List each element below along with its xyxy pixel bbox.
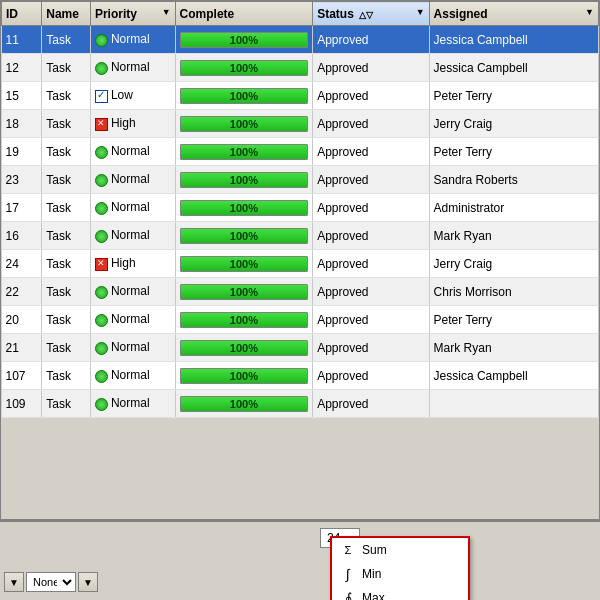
normal-priority-icon xyxy=(95,230,108,243)
progress-text: 100% xyxy=(181,397,308,411)
cell-priority: Normal xyxy=(90,334,175,362)
cell-priority: Normal xyxy=(90,138,175,166)
table-row[interactable]: 23TaskNormal 100% ApprovedSandra Roberts xyxy=(2,166,599,194)
cell-name: Task xyxy=(42,390,91,418)
cell-complete: 100% xyxy=(175,26,313,54)
progress-bar: 100% xyxy=(180,144,309,160)
cell-assigned: Jessica Campbell xyxy=(429,26,598,54)
normal-priority-icon xyxy=(95,174,108,187)
cell-status: Approved xyxy=(313,110,429,138)
normal-priority-icon xyxy=(95,398,108,411)
table-row[interactable]: 15TaskLow 100% ApprovedPeter Terry xyxy=(2,82,599,110)
col-header-status[interactable]: Status △▽ ▼ xyxy=(313,2,429,26)
cell-assigned: Jessica Campbell xyxy=(429,54,598,82)
table-row[interactable]: 24TaskHigh 100% ApprovedJerry Craig xyxy=(2,250,599,278)
assigned-dropdown-icon[interactable]: ▼ xyxy=(585,7,594,17)
cell-assigned: Peter Terry xyxy=(429,138,598,166)
cell-complete: 100% xyxy=(175,390,313,418)
progress-text: 100% xyxy=(181,33,308,47)
cell-priority: Normal xyxy=(90,54,175,82)
footer-arrow-btn[interactable]: ▼ xyxy=(4,572,24,592)
table-row[interactable]: 20TaskNormal 100% ApprovedPeter Terry xyxy=(2,306,599,334)
progress-bar: 100% xyxy=(180,60,309,76)
cell-id: 16 xyxy=(2,222,42,250)
popup-menu: Σ Sum ∫ Min ∮ Max ≡ Count ÷ Average xyxy=(330,536,470,600)
cell-status: Approved xyxy=(313,306,429,334)
progress-text: 100% xyxy=(181,173,308,187)
cell-priority: Normal xyxy=(90,194,175,222)
normal-priority-icon xyxy=(95,146,108,159)
col-header-complete[interactable]: Complete xyxy=(175,2,313,26)
menu-item-max[interactable]: ∮ Max xyxy=(332,586,468,600)
table-row[interactable]: 11TaskNormal 100% ApprovedJessica Campbe… xyxy=(2,26,599,54)
table-row[interactable]: 12TaskNormal 100% ApprovedJessica Campbe… xyxy=(2,54,599,82)
cell-status: Approved xyxy=(313,334,429,362)
progress-bar: 100% xyxy=(180,340,309,356)
table-row[interactable]: 109TaskNormal 100% Approved xyxy=(2,390,599,418)
cell-complete: 100% xyxy=(175,54,313,82)
cell-assigned: Peter Terry xyxy=(429,82,598,110)
footer-select[interactable]: None xyxy=(26,572,76,592)
cell-name: Task xyxy=(42,194,91,222)
cell-priority: Normal xyxy=(90,362,175,390)
progress-text: 100% xyxy=(181,201,308,215)
cell-name: Task xyxy=(42,250,91,278)
progress-text: 100% xyxy=(181,145,308,159)
table-row[interactable]: 22TaskNormal 100% ApprovedChris Morrison xyxy=(2,278,599,306)
cell-name: Task xyxy=(42,54,91,82)
cell-name: Task xyxy=(42,278,91,306)
footer-area: 24 Σ Sum ∫ Min ∮ Max ≡ Count ÷ Average ▼… xyxy=(0,520,600,600)
progress-bar: 100% xyxy=(180,256,309,272)
col-header-name[interactable]: Name xyxy=(42,2,91,26)
normal-priority-icon xyxy=(95,34,108,47)
cell-complete: 100% xyxy=(175,250,313,278)
menu-item-sum[interactable]: Σ Sum xyxy=(332,538,468,562)
table-row[interactable]: 16TaskNormal 100% ApprovedMark Ryan xyxy=(2,222,599,250)
footer-controls: ▼ None ▼ xyxy=(4,572,98,592)
cell-name: Task xyxy=(42,222,91,250)
status-dropdown-icon[interactable]: ▼ xyxy=(416,7,425,17)
normal-priority-icon xyxy=(95,370,108,383)
cell-assigned: Sandra Roberts xyxy=(429,166,598,194)
high-priority-icon xyxy=(95,258,108,271)
cell-status: Approved xyxy=(313,250,429,278)
cell-complete: 100% xyxy=(175,138,313,166)
cell-status: Approved xyxy=(313,138,429,166)
col-header-id[interactable]: ID xyxy=(2,2,42,26)
cell-id: 21 xyxy=(2,334,42,362)
cell-id: 18 xyxy=(2,110,42,138)
cell-status: Approved xyxy=(313,278,429,306)
cell-name: Task xyxy=(42,334,91,362)
col-header-priority[interactable]: Priority ▼ xyxy=(90,2,175,26)
cell-status: Approved xyxy=(313,362,429,390)
cell-id: 24 xyxy=(2,250,42,278)
progress-bar: 100% xyxy=(180,32,309,48)
progress-bar: 100% xyxy=(180,172,309,188)
progress-bar: 100% xyxy=(180,200,309,216)
cell-id: 17 xyxy=(2,194,42,222)
cell-complete: 100% xyxy=(175,278,313,306)
table-row[interactable]: 107TaskNormal 100% ApprovedJessica Campb… xyxy=(2,362,599,390)
progress-bar: 100% xyxy=(180,312,309,328)
min-label: Min xyxy=(362,567,381,581)
col-header-assigned[interactable]: Assigned ▼ xyxy=(429,2,598,26)
cell-priority: Normal xyxy=(90,222,175,250)
cell-name: Task xyxy=(42,166,91,194)
cell-priority: Normal xyxy=(90,166,175,194)
cell-complete: 100% xyxy=(175,306,313,334)
cell-complete: 100% xyxy=(175,166,313,194)
table-row[interactable]: 21TaskNormal 100% ApprovedMark Ryan xyxy=(2,334,599,362)
progress-text: 100% xyxy=(181,89,308,103)
menu-item-min[interactable]: ∫ Min xyxy=(332,562,468,586)
footer-select-dropdown[interactable]: ▼ xyxy=(78,572,98,592)
table-row[interactable]: 19TaskNormal 100% ApprovedPeter Terry xyxy=(2,138,599,166)
table-row[interactable]: 17TaskNormal 100% ApprovedAdministrator xyxy=(2,194,599,222)
cell-id: 20 xyxy=(2,306,42,334)
cell-status: Approved xyxy=(313,194,429,222)
cell-assigned: Peter Terry xyxy=(429,306,598,334)
priority-dropdown-icon[interactable]: ▼ xyxy=(162,7,171,17)
cell-priority: Normal xyxy=(90,390,175,418)
table-row[interactable]: 18TaskHigh 100% ApprovedJerry Craig xyxy=(2,110,599,138)
cell-id: 22 xyxy=(2,278,42,306)
progress-text: 100% xyxy=(181,229,308,243)
